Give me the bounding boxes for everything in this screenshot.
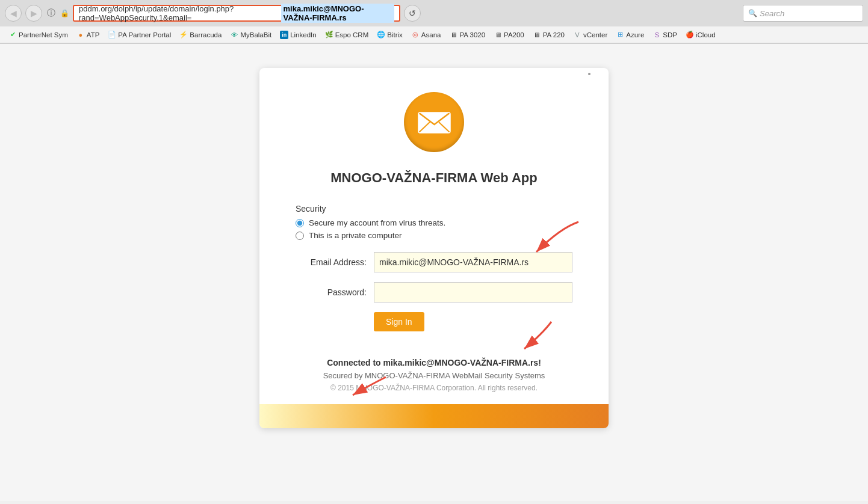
bookmark-label: PartnerNet Sym [19, 31, 68, 38]
card-footer: Connected to mika.mikic@MNOGO-VAŽNA-FIRM… [296, 346, 572, 392]
email-row-container: Email Address: [296, 252, 572, 272]
vcenter-icon: V [573, 31, 581, 39]
decoration-dot [588, 73, 591, 75]
envelope-icon [404, 92, 464, 152]
bookmark-mybalaBit[interactable]: 👁 MyBalaBit [226, 29, 275, 40]
bookmark-label: Barracuda [190, 31, 222, 38]
bookmarks-bar: ✔ PartnerNet Sym ● ATP 📄 PA Partner Port… [0, 26, 868, 43]
radio-virus-threats[interactable] [296, 219, 304, 227]
url-highlight: mika.mikic@MNOGO-VAŽNA-FIRMA.rs [281, 4, 394, 23]
sign-in-button[interactable]: Sign In [374, 312, 424, 331]
mybalaBit-icon: 👁 [230, 31, 238, 39]
page-content: MNOGO-VAŽNA-FIRMA Web App Security Secur… [0, 44, 868, 501]
paPartner-icon: 📄 [108, 31, 116, 39]
envelope-svg [418, 110, 451, 134]
bookmark-label: PA 220 [543, 31, 565, 38]
bitrix-icon: 🌐 [377, 31, 385, 39]
bookmark-label: vCenter [583, 31, 607, 38]
radio-virus-label: Secure my account from virus threats. [309, 218, 445, 227]
bookmark-label: PA Partner Portal [118, 31, 171, 38]
security-radio-group: Secure my account from virus threats. Th… [296, 218, 572, 240]
bookmark-paPartner[interactable]: 📄 PA Partner Portal [104, 29, 175, 40]
secured-text: Secured by MNOGO-VAŽNA-FIRMA WebMail Sec… [296, 371, 572, 380]
linkedin-icon: in [280, 31, 288, 39]
login-card: MNOGO-VAŽNA-FIRMA Web App Security Secur… [259, 68, 609, 428]
url-text: pddm.org/dolph/ip/update/domain/login.ph… [79, 4, 281, 22]
card-header: MNOGO-VAŽNA-FIRMA Web App [296, 92, 572, 186]
bookmark-espoCRM[interactable]: 🌿 Espo CRM [321, 29, 373, 40]
refresh-button[interactable]: ↺ [404, 5, 421, 22]
email-input[interactable] [374, 252, 572, 272]
bookmark-azure[interactable]: ⊞ Azure [612, 29, 648, 40]
bookmark-label: MyBalaBit [240, 31, 271, 38]
radio-private-label: This is a private computer [309, 231, 402, 240]
bookmark-asana[interactable]: ◎ Asana [408, 29, 445, 40]
asana-icon: ◎ [411, 31, 420, 39]
search-placeholder: Search [760, 9, 784, 18]
radio-item-virus: Secure my account from virus threats. [296, 218, 572, 227]
forward-button[interactable]: ▶ [25, 5, 42, 22]
icloud-icon: 🍎 [686, 31, 694, 39]
password-label: Password: [296, 287, 374, 297]
bookmark-bitrix[interactable]: 🌐 Bitrix [373, 29, 406, 40]
app-title: MNOGO-VAŽNA-FIRMA Web App [330, 170, 537, 186]
radio-private-computer[interactable] [296, 232, 304, 240]
radio-item-private: This is a private computer [296, 231, 572, 240]
password-input[interactable] [374, 282, 572, 303]
navigation-bar: ◀ ▶ ⓘ 🔒 pddm.org/dolph/ip/update/domain/… [0, 0, 868, 26]
pa220-icon: 🖥 [533, 31, 541, 39]
bookmark-label: Bitrix [387, 31, 403, 38]
login-form: Security Secure my account from virus th… [296, 204, 572, 346]
espoCRM-icon: 🌿 [325, 31, 333, 39]
email-field-row: Email Address: [296, 252, 572, 272]
security-label: Security [296, 204, 572, 214]
back-button[interactable]: ◀ [5, 5, 22, 22]
sdp-icon: S [653, 31, 661, 39]
lock-icon: 🔒 [60, 9, 69, 17]
bookmark-label: PA200 [504, 31, 524, 38]
bookmark-pa3020[interactable]: 🖥 PA 3020 [445, 29, 489, 40]
bookmark-label: Asana [421, 31, 441, 38]
card-bottom-decoration [259, 404, 609, 428]
bookmark-vcenter[interactable]: V vCenter [569, 29, 611, 40]
url-bar[interactable]: pddm.org/dolph/ip/update/domain/login.ph… [73, 5, 400, 22]
bookmark-linkedin[interactable]: in LinkedIn [276, 29, 320, 40]
bookmark-sdp[interactable]: S SDP [649, 29, 681, 40]
bookmark-label: iCloud [696, 31, 716, 38]
search-bar[interactable]: 🔍 Search [743, 5, 863, 22]
browser-chrome: ◀ ▶ ⓘ 🔒 pddm.org/dolph/ip/update/domain/… [0, 0, 868, 44]
bookmark-label: Espo CRM [335, 31, 369, 38]
azure-icon: ⊞ [616, 31, 624, 39]
bookmark-pa200[interactable]: 🖥 PA200 [490, 29, 528, 40]
bookmark-barracuda[interactable]: ⚡ Barracuda [176, 29, 225, 40]
bookmark-icloud[interactable]: 🍎 iCloud [682, 29, 719, 40]
pa200-icon: 🖥 [494, 31, 502, 39]
info-icon: ⓘ [47, 8, 55, 19]
bookmark-label: PA 3020 [459, 31, 485, 38]
bookmark-partnernetSym[interactable]: ✔ PartnerNet Sym [5, 29, 72, 40]
atp-icon: ● [76, 31, 85, 39]
pa3020-icon: 🖥 [449, 31, 457, 39]
copyright-container: © 2015 MNOGO-VAŽNA-FIRMA Corporation. Al… [296, 384, 572, 392]
bookmark-label: ATP [87, 31, 100, 38]
copyright-text: © 2015 MNOGO-VAŽNA-FIRMA Corporation. Al… [296, 384, 572, 392]
bookmark-atp[interactable]: ● ATP [73, 29, 104, 40]
email-label: Email Address: [296, 257, 374, 267]
bookmark-label: LinkedIn [290, 31, 316, 38]
connected-text: Connected to mika.mikic@MNOGO-VAŽNA-FIRM… [296, 358, 572, 367]
bookmark-label: Azure [626, 31, 644, 38]
bookmark-pa220[interactable]: 🖥 PA 220 [529, 29, 568, 40]
bookmark-label: SDP [663, 31, 677, 38]
password-field-row: Password: [296, 282, 572, 303]
barracuda-icon: ⚡ [179, 31, 188, 39]
partnernetSym-icon: ✔ [8, 31, 17, 39]
search-icon: 🔍 [748, 9, 757, 17]
